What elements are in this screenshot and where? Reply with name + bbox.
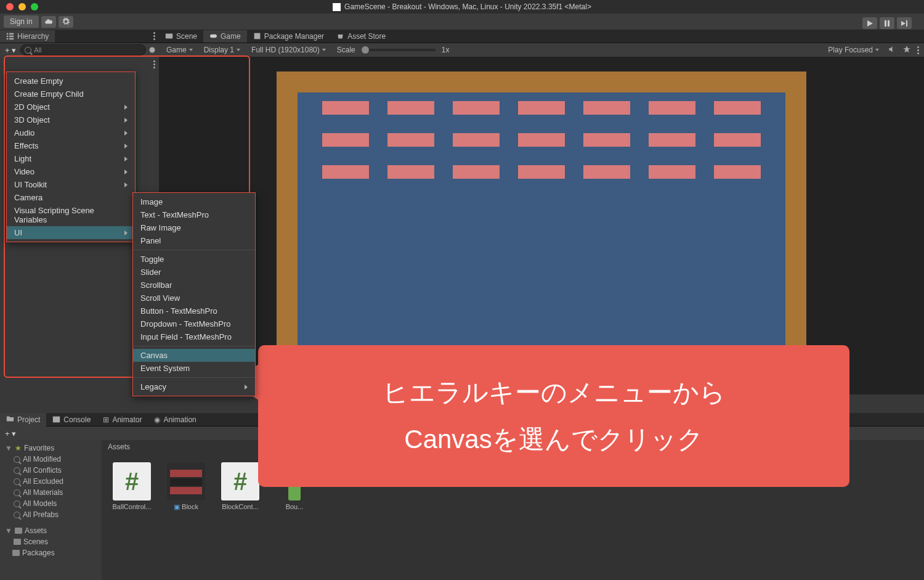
callout-line2: Canvasを選んでクリック	[404, 416, 703, 463]
folder-icon	[15, 528, 22, 534]
tab-scene[interactable]: Scene	[159, 30, 203, 43]
search-icon	[14, 500, 20, 507]
hierarchy-search[interactable]: All	[20, 44, 146, 55]
svg-rect-8	[254, 33, 260, 39]
submenu-item-event-system[interactable]: Event System	[133, 362, 255, 375]
play-focused-dropdown[interactable]: Play Focused	[823, 44, 884, 55]
packages-header[interactable]: Packages	[0, 547, 102, 558]
star-icon: ★	[15, 444, 22, 452]
hierarchy-item-menu[interactable]	[153, 60, 155, 68]
tab-game[interactable]: Game	[203, 30, 247, 43]
brick-grid	[322, 101, 761, 197]
menu-item-effects[interactable]: Effects	[7, 139, 135, 152]
submenu-item-text-textmeshpro[interactable]: Text - TextMeshPro	[133, 208, 255, 221]
asset-label: ▣ Block	[174, 503, 198, 511]
chevron-right-icon	[124, 118, 128, 123]
asset-label: BallControl...	[113, 503, 152, 510]
assets-header[interactable]: ▼ Assets	[0, 525, 102, 536]
menu-item-create-empty-child[interactable]: Create Empty Child	[7, 88, 135, 100]
menu-item-video[interactable]: Video	[7, 165, 135, 178]
game-menu-button[interactable]	[917, 46, 919, 54]
tab-animation[interactable]: ◉ Animation	[148, 414, 202, 426]
project-create-dropdown[interactable]: + ▾	[2, 429, 18, 438]
favorite-all-materials[interactable]: All Materials	[0, 487, 102, 498]
search-icon	[14, 467, 20, 474]
game-mode-dropdown[interactable]: Game	[161, 44, 198, 55]
game-frame	[277, 71, 806, 369]
menu-item-2d-object[interactable]: 2D Object	[7, 100, 135, 113]
asset-label: Bou...	[286, 503, 304, 510]
signin-button[interactable]: Sign in	[4, 15, 39, 28]
maximize-window-button[interactable]	[31, 3, 38, 10]
submenu-item-image[interactable]: Image	[133, 195, 255, 208]
center-tabstrip: Scene Game Package Manager Asset Store	[159, 30, 924, 43]
favorite-all-models[interactable]: All Models	[0, 498, 102, 509]
minimize-window-button[interactable]	[18, 3, 26, 10]
menu-item-camera[interactable]: Camera	[7, 191, 135, 204]
favorites-header[interactable]: ▼ ★ Favorites	[0, 443, 102, 454]
mute-button[interactable]	[885, 45, 899, 55]
chevron-right-icon	[124, 131, 128, 136]
tab-asset-store[interactable]: Asset Store	[330, 30, 392, 43]
tab-console[interactable]: Console	[46, 414, 97, 426]
menu-item-ui-toolkit[interactable]: UI Toolkit	[7, 178, 135, 191]
step-button[interactable]	[897, 17, 912, 29]
chevron-right-icon	[124, 170, 128, 174]
annotation-callout: ヒエラルキーのメニューから Canvasを選んでクリック	[258, 345, 849, 487]
menu-item-audio[interactable]: Audio	[7, 126, 135, 139]
tab-game-label: Game	[221, 32, 241, 41]
tab-package-manager[interactable]: Package Manager	[247, 30, 330, 43]
scale-slider[interactable]	[362, 49, 436, 51]
submenu-item-toggle[interactable]: Toggle	[133, 253, 255, 266]
menu-item-ui[interactable]: UI	[7, 226, 135, 239]
cloud-button[interactable]	[41, 16, 56, 28]
search-icon	[14, 512, 20, 518]
favorite-all-modified[interactable]: All Modified	[0, 454, 102, 465]
window-title: GameScene - Breakout - Windows, Mac, Lin…	[333, 2, 591, 11]
search-icon	[14, 489, 20, 496]
submenu-item-scroll-view[interactable]: Scroll View	[133, 292, 255, 304]
resolution-dropdown[interactable]: Full HD (1920x1080)	[246, 44, 331, 55]
submenu-item-input-field-textmeshpro[interactable]: Input Field - TextMeshPro	[133, 330, 255, 343]
menu-item-3d-object[interactable]: 3D Object	[7, 113, 135, 126]
close-window-button[interactable]	[6, 3, 14, 10]
tab-animator[interactable]: ⊞ Animator	[97, 414, 148, 426]
settings-button[interactable]	[59, 16, 73, 28]
search-icon	[14, 478, 20, 485]
pause-button[interactable]	[880, 17, 894, 29]
create-dropdown[interactable]: + ▾	[2, 46, 18, 55]
play-button[interactable]	[862, 17, 877, 29]
window-title-text: GameScene - Breakout - Windows, Mac, Lin…	[344, 2, 591, 11]
tab-hierarchy[interactable]: Hierarchy	[0, 30, 55, 43]
favorite-all-conflicts[interactable]: All Conflicts	[0, 465, 102, 476]
submenu-item-raw-image[interactable]: Raw Image	[133, 221, 255, 234]
menu-item-light[interactable]: Light	[7, 152, 135, 165]
asset-thumbnail: #	[113, 462, 151, 500]
svg-rect-0	[7, 33, 8, 35]
scale-label: Scale	[332, 44, 360, 55]
hierarchy-filter-button[interactable]	[148, 46, 156, 54]
animation-icon: ◉	[154, 415, 160, 424]
svg-rect-6	[166, 33, 172, 38]
submenu-item-scrollbar[interactable]: Scrollbar	[133, 279, 255, 292]
submenu-item-panel[interactable]: Panel	[133, 234, 255, 247]
submenu-item-dropdown-textmeshpro[interactable]: Dropdown - TextMeshPro	[133, 317, 255, 330]
menu-item-create-empty[interactable]: Create Empty	[7, 75, 135, 88]
submenu-item-legacy[interactable]: Legacy	[133, 380, 255, 393]
submenu-item-button-textmeshpro[interactable]: Button - TextMeshPro	[133, 304, 255, 317]
asset-ballcontrol-[interactable]: #BallControl...	[110, 462, 153, 511]
animator-icon: ⊞	[103, 415, 109, 424]
asset-blockcont-[interactable]: #BlockCont...	[219, 462, 262, 511]
favorite-all-prefabs[interactable]: All Prefabs	[0, 509, 102, 520]
submenu-item-canvas[interactable]: Canvas	[133, 349, 255, 362]
folder-scenes[interactable]: Scenes	[0, 536, 102, 547]
menu-item-visual-scripting-scene-variables[interactable]: Visual Scripting Scene Variables	[7, 204, 135, 226]
search-icon	[14, 456, 20, 463]
hierarchy-menu-button[interactable]	[153, 32, 155, 40]
display-dropdown[interactable]: Display 1	[199, 44, 245, 55]
submenu-item-slider[interactable]: Slider	[133, 266, 255, 279]
stats-button[interactable]	[900, 45, 914, 55]
favorite-all-excluded[interactable]: All Excluded	[0, 476, 102, 487]
tab-project[interactable]: Project	[0, 413, 46, 427]
asset-block[interactable]: ▣ Block	[164, 462, 208, 511]
